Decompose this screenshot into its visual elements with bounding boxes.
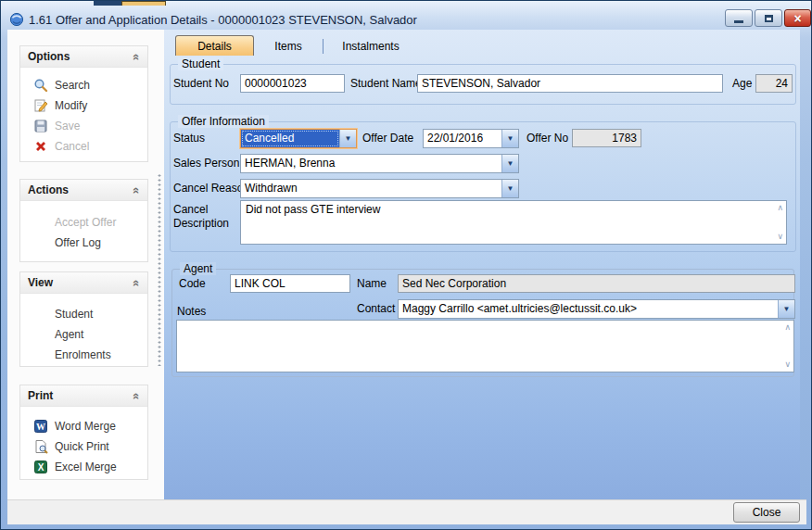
code-label: Code: [179, 277, 206, 290]
svg-text:X: X: [38, 462, 44, 473]
collapse-icon[interactable]: «: [131, 53, 143, 59]
background-window-tab-fragment: [121, 1, 166, 6]
scroll-up-icon[interactable]: ∧: [784, 323, 791, 332]
sidebar-item-student[interactable]: Student: [20, 304, 147, 324]
svg-text:W: W: [36, 422, 45, 432]
app-window: 1.61 Offer and Application Details - 000…: [0, 0, 812, 530]
sidebar-item-search[interactable]: Search: [20, 75, 147, 95]
contact-value: Maggy Carrillo <amet.ultricies@lectussit…: [399, 300, 778, 318]
sidebar-item-quick-print[interactable]: Quick Print: [20, 436, 147, 457]
sidebar-item-label: Student: [55, 308, 93, 321]
cancel-description-label: Cancel Description: [173, 203, 233, 231]
sidebar-item-enrolments[interactable]: Enrolments: [20, 345, 147, 365]
word-icon: W: [33, 419, 48, 434]
offer-no-label: Offer No: [527, 132, 568, 145]
sidebar-item-label: Offer Log: [55, 236, 101, 249]
sales-person-combo[interactable]: HERMAN, Brenna ▼: [240, 154, 519, 173]
sidebar-section-view: View « Student Agent Enrolments: [19, 271, 148, 367]
offer-no-field: 1783: [572, 129, 641, 147]
maximize-button[interactable]: [755, 9, 782, 27]
collapse-icon[interactable]: «: [131, 186, 143, 193]
offer-date-value: 22/01/2016: [424, 130, 501, 147]
sidebar-item-label: Enrolments: [55, 348, 111, 361]
print-title: Print: [28, 389, 53, 402]
tab-label: Items: [274, 40, 301, 53]
cancel-description-text: Did not pass GTE interview: [246, 203, 380, 216]
status-label: Status: [173, 132, 205, 145]
sidebar-splitter[interactable]: [157, 173, 162, 366]
contact-combo[interactable]: Maggy Carrillo <amet.ultricies@lectussit…: [398, 299, 795, 319]
sidebar-item-label: Agent: [55, 328, 83, 341]
sidebar-item-modify[interactable]: Modify: [20, 95, 147, 116]
student-name-field[interactable]: STEVENSON, Salvador: [417, 74, 723, 93]
status-combo[interactable]: Cancelled ▼: [240, 129, 357, 148]
tab-details[interactable]: Details: [175, 35, 254, 56]
sidebar-item-agent[interactable]: Agent: [20, 324, 147, 345]
sidebar-item-label: Word Merge: [55, 420, 116, 433]
sidebar-item-label: Modify: [55, 99, 87, 112]
dropdown-arrow-icon[interactable]: ▼: [501, 130, 518, 147]
offer-date-combo[interactable]: 22/01/2016 ▼: [423, 129, 519, 148]
minimize-button[interactable]: [725, 9, 753, 27]
search-icon: [33, 78, 48, 93]
excel-icon: X: [33, 460, 48, 474]
print-preview-icon: [33, 439, 48, 454]
cancel-reason-combo[interactable]: Withdrawn ▼: [240, 179, 519, 198]
cancel-description-field[interactable]: Did not pass GTE interview ∧ ∨: [240, 200, 787, 245]
sidebar-item-cancel[interactable]: Cancel: [20, 136, 147, 157]
sales-person-label: Sales Person: [173, 157, 239, 170]
close-window-button[interactable]: ×: [784, 9, 811, 27]
close-button[interactable]: Close: [733, 502, 800, 523]
sidebar-section-print: Print « W Word Merge Quick Print: [19, 385, 148, 480]
window-title: 1.61 Offer and Application Details - 000…: [29, 13, 417, 27]
student-name-label: Student Name: [350, 77, 422, 90]
student-group-label: Student: [178, 57, 223, 70]
tab-separator: [323, 39, 324, 54]
tab-items[interactable]: Items: [255, 37, 322, 56]
name-label: Name: [357, 277, 387, 290]
scroll-down-icon[interactable]: ∨: [777, 233, 783, 241]
options-header[interactable]: Options «: [20, 46, 147, 68]
student-no-field[interactable]: 0000001023: [240, 74, 345, 93]
cancel-reason-value: Withdrawn: [241, 180, 501, 197]
view-header[interactable]: View «: [20, 272, 147, 294]
dropdown-arrow-icon[interactable]: ▼: [778, 300, 794, 318]
sidebar-item-word-merge[interactable]: W Word Merge: [20, 416, 147, 436]
footer-bar: [7, 499, 806, 524]
sales-person-value: HERMAN, Brenna: [241, 155, 501, 172]
dropdown-arrow-icon[interactable]: ▼: [501, 180, 518, 197]
modify-icon: [33, 98, 48, 113]
sidebar-item-excel-merge[interactable]: X Excel Merge: [20, 457, 147, 477]
sidebar-item-label: Save: [55, 120, 80, 132]
notes-label: Notes: [177, 305, 206, 318]
collapse-icon[interactable]: «: [131, 279, 143, 285]
sidebar-item-save[interactable]: Save: [20, 116, 147, 136]
sidebar-item-accept-offer[interactable]: Accept Offer: [20, 212, 147, 233]
dropdown-arrow-icon[interactable]: ▼: [501, 155, 518, 172]
cancel-reason-label: Cancel Reason: [173, 182, 249, 195]
sidebar-item-label: Cancel: [55, 140, 89, 153]
close-icon: ×: [793, 12, 801, 25]
print-header[interactable]: Print «: [20, 385, 147, 407]
actions-header[interactable]: Actions «: [20, 180, 147, 201]
code-field[interactable]: LINK COL: [230, 274, 350, 293]
scroll-down-icon[interactable]: ∨: [784, 360, 791, 369]
save-icon: [33, 119, 48, 133]
status-value: Cancelled: [241, 130, 339, 147]
sidebar-item-offer-log[interactable]: Offer Log: [20, 233, 147, 253]
sidebar-section-actions: Actions « Accept Offer Offer Log: [19, 179, 148, 262]
sidebar-section-options: Options « Search Modify: [19, 45, 148, 162]
contact-label: Contact: [357, 302, 395, 315]
notes-field[interactable]: ∧ ∨: [176, 320, 794, 372]
scroll-up-icon[interactable]: ∧: [777, 204, 783, 212]
age-field: 24: [755, 74, 793, 93]
offer-group-label: Offer Information: [178, 115, 269, 128]
sidebar-item-label: Quick Print: [55, 440, 109, 453]
offer-date-label: Offer Date: [362, 132, 413, 145]
cancel-icon: [33, 139, 48, 154]
tab-label: Details: [197, 40, 232, 53]
sidebar-item-label: Accept Offer: [55, 216, 116, 229]
collapse-icon[interactable]: «: [131, 392, 143, 398]
tab-instalments[interactable]: Instalments: [324, 37, 417, 56]
dropdown-arrow-icon[interactable]: ▼: [339, 130, 356, 147]
